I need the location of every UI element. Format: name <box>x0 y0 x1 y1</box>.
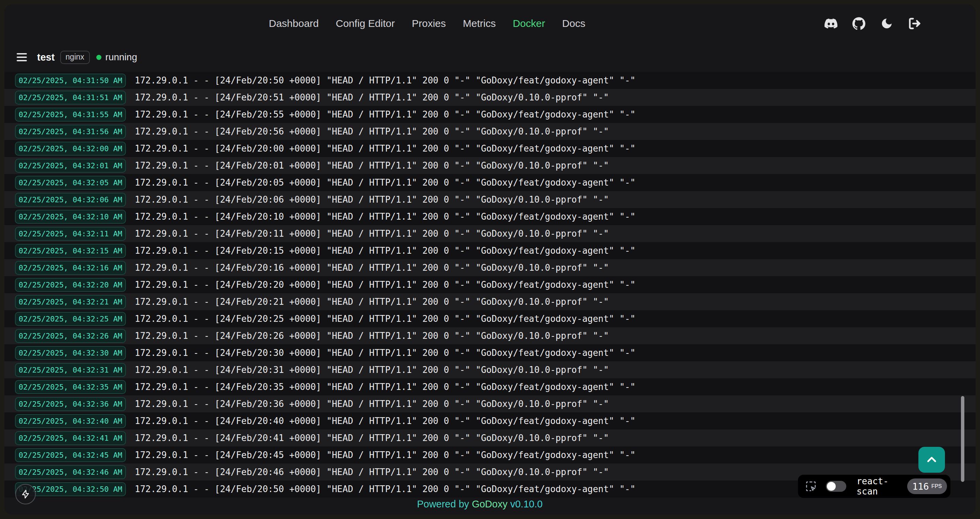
lightning-icon <box>21 489 30 499</box>
log-row: 02/25/2025, 04:32:20 AM 172.29.0.1 - - [… <box>5 276 975 293</box>
log-row: 02/25/2025, 04:31:51 AM 172.29.0.1 - - [… <box>5 89 975 106</box>
log-row: 02/25/2025, 04:32:15 AM 172.29.0.1 - - [… <box>5 242 975 259</box>
log-timestamp-badge: 02/25/2025, 04:31:56 AM <box>15 125 126 139</box>
header: DashboardConfig EditorProxiesMetricsDock… <box>5 5 975 43</box>
log-timestamp-badge: 02/25/2025, 04:32:01 AM <box>15 159 126 172</box>
log-message: 172.29.0.1 - - [24/Feb/20:01 +0000] "HEA… <box>135 160 609 171</box>
log-row: 02/25/2025, 04:31:56 AM 172.29.0.1 - - [… <box>5 123 975 140</box>
log-row: 02/25/2025, 04:32:05 AM 172.29.0.1 - - [… <box>5 174 975 191</box>
react-scan-label: react-scan <box>856 476 907 497</box>
log-row: 02/25/2025, 04:32:45 AM 172.29.0.1 - - [… <box>5 447 975 463</box>
nav-item-dashboard[interactable]: Dashboard <box>269 18 319 29</box>
log-row: 02/25/2025, 04:32:06 AM 172.29.0.1 - - [… <box>5 191 975 208</box>
react-scan-toolbar: react-scan 116 FPS <box>798 475 950 498</box>
log-message: 172.29.0.1 - - [24/Feb/20:00 +0000] "HEA… <box>135 144 635 153</box>
footer-powered-by: Powered by <box>417 498 469 509</box>
theme-toggle-button[interactable] <box>880 17 894 30</box>
log-row: 02/25/2025, 04:32:40 AM 172.29.0.1 - - [… <box>5 412 975 430</box>
log-timestamp-badge: 02/25/2025, 04:32:06 AM <box>15 193 126 207</box>
log-message: 172.29.0.1 - - [24/Feb/20:21 +0000] "HEA… <box>135 297 609 307</box>
discord-icon <box>824 17 837 30</box>
log-message: 172.29.0.1 - - [24/Feb/20:05 +0000] "HEA… <box>135 177 635 188</box>
log-timestamp-badge: 02/25/2025, 04:32:21 AM <box>15 295 126 309</box>
log-row: 02/25/2025, 04:32:31 AM 172.29.0.1 - - [… <box>5 361 975 378</box>
footer-brand-link[interactable]: GoDoxy <box>472 498 508 509</box>
fps-unit: FPS <box>931 483 942 489</box>
container-menu-button[interactable] <box>17 53 27 61</box>
react-scan-toggle[interactable] <box>826 481 846 492</box>
scroll-to-top-button[interactable] <box>918 447 945 473</box>
log-timestamp-badge: 02/25/2025, 04:32:16 AM <box>15 261 126 275</box>
log-message: 172.29.0.1 - - [24/Feb/20:30 +0000] "HEA… <box>135 348 635 358</box>
log-message: 172.29.0.1 - - [24/Feb/20:16 +0000] "HEA… <box>135 263 609 273</box>
log-row: 02/25/2025, 04:32:10 AM 172.29.0.1 - - [… <box>5 208 975 225</box>
log-timestamp-badge: 02/25/2025, 04:32:31 AM <box>15 363 126 377</box>
inspect-button[interactable] <box>805 480 817 493</box>
log-message: 172.29.0.1 - - [24/Feb/20:15 +0000] "HEA… <box>135 246 635 256</box>
log-timestamp-badge: 02/25/2025, 04:32:40 AM <box>15 414 126 428</box>
log-viewer: 02/25/2025, 04:31:50 AM 172.29.0.1 - - [… <box>5 72 975 498</box>
chevron-up-icon <box>926 454 938 466</box>
main-nav: DashboardConfig EditorProxiesMetricsDock… <box>269 5 585 43</box>
log-row: 02/25/2025, 04:32:21 AM 172.29.0.1 - - [… <box>5 293 975 310</box>
github-link[interactable] <box>852 17 865 30</box>
container-image-badge: nginx <box>60 51 90 64</box>
log-timestamp-badge: 02/25/2025, 04:32:45 AM <box>15 448 126 462</box>
fps-value: 116 <box>912 481 929 492</box>
log-message: 172.29.0.1 - - [24/Feb/20:40 +0000] "HEA… <box>135 416 635 426</box>
log-timestamp-badge: 02/25/2025, 04:32:15 AM <box>15 244 126 258</box>
log-row: 02/25/2025, 04:32:00 AM 172.29.0.1 - - [… <box>5 140 975 157</box>
log-row: 02/25/2025, 04:31:55 AM 172.29.0.1 - - [… <box>5 106 975 123</box>
quick-actions-button[interactable] <box>15 484 36 505</box>
scrollbar-thumb[interactable] <box>961 396 964 482</box>
log-message: 172.29.0.1 - - [24/Feb/20:06 +0000] "HEA… <box>135 195 609 205</box>
log-message: 172.29.0.1 - - [24/Feb/20:25 +0000] "HEA… <box>135 314 635 324</box>
log-message: 172.29.0.1 - - [24/Feb/20:55 +0000] "HEA… <box>135 109 635 120</box>
log-row: 02/25/2025, 04:32:26 AM 172.29.0.1 - - [… <box>5 327 975 344</box>
log-timestamp-badge: 02/25/2025, 04:31:51 AM <box>15 91 126 105</box>
nav-item-docs[interactable]: Docs <box>562 18 585 29</box>
log-row: 02/25/2025, 04:32:41 AM 172.29.0.1 - - [… <box>5 430 975 447</box>
log-timestamp-badge: 02/25/2025, 04:32:11 AM <box>15 227 126 241</box>
nav-item-docker[interactable]: Docker <box>513 18 545 29</box>
log-timestamp-badge: 02/25/2025, 04:32:20 AM <box>15 278 126 292</box>
log-timestamp-badge: 02/25/2025, 04:32:46 AM <box>15 465 126 479</box>
log-row: 02/25/2025, 04:32:25 AM 172.29.0.1 - - [… <box>5 310 975 327</box>
log-timestamp-badge: 02/25/2025, 04:32:05 AM <box>15 176 126 190</box>
log-timestamp-badge: 02/25/2025, 04:32:25 AM <box>15 312 126 326</box>
log-row: 02/25/2025, 04:31:50 AM 172.29.0.1 - - [… <box>5 72 975 89</box>
log-message: 172.29.0.1 - - [24/Feb/20:35 +0000] "HEA… <box>135 382 635 392</box>
logout-button[interactable] <box>908 17 921 30</box>
log-row: 02/25/2025, 04:32:30 AM 172.29.0.1 - - [… <box>5 344 975 361</box>
log-row: 02/25/2025, 04:32:35 AM 172.29.0.1 - - [… <box>5 378 975 395</box>
footer: Powered by GoDoxy v0.10.0 <box>5 498 955 510</box>
toggle-knob <box>827 482 836 491</box>
log-message: 172.29.0.1 - - [24/Feb/20:26 +0000] "HEA… <box>135 331 609 341</box>
container-toolbar: test nginx running <box>5 43 975 72</box>
log-message: 172.29.0.1 - - [24/Feb/20:56 +0000] "HEA… <box>135 126 609 137</box>
app-frame: DashboardConfig EditorProxiesMetricsDock… <box>5 5 975 514</box>
log-row: 02/25/2025, 04:32:16 AM 172.29.0.1 - - [… <box>5 259 975 276</box>
menu-icon <box>17 53 27 54</box>
log-message: 172.29.0.1 - - [24/Feb/20:20 +0000] "HEA… <box>135 279 635 290</box>
github-icon <box>853 17 865 30</box>
fps-counter: 116 FPS <box>907 479 947 494</box>
log-message: 172.29.0.1 - - [24/Feb/20:10 +0000] "HEA… <box>135 211 635 222</box>
log-timestamp-badge: 02/25/2025, 04:32:35 AM <box>15 380 126 394</box>
log-row: 02/25/2025, 04:32:01 AM 172.29.0.1 - - [… <box>5 157 975 174</box>
log-message: 172.29.0.1 - - [24/Feb/20:11 +0000] "HEA… <box>135 228 609 239</box>
footer-version: v0.10.0 <box>510 498 542 509</box>
log-timestamp-badge: 02/25/2025, 04:32:26 AM <box>15 329 126 343</box>
logout-icon <box>908 17 921 30</box>
log-timestamp-badge: 02/25/2025, 04:31:50 AM <box>15 73 126 88</box>
log-message: 172.29.0.1 - - [24/Feb/20:41 +0000] "HEA… <box>135 433 609 443</box>
container-name: test <box>37 52 55 63</box>
log-row: 02/25/2025, 04:32:36 AM 172.29.0.1 - - [… <box>5 395 975 412</box>
log-timestamp-badge: 02/25/2025, 04:32:30 AM <box>15 346 126 360</box>
nav-item-proxies[interactable]: Proxies <box>412 18 446 29</box>
discord-link[interactable] <box>824 17 838 30</box>
nav-item-metrics[interactable]: Metrics <box>463 18 496 29</box>
log-timestamp-badge: 02/25/2025, 04:32:36 AM <box>15 397 126 411</box>
log-message: 172.29.0.1 - - [24/Feb/20:31 +0000] "HEA… <box>135 365 609 375</box>
nav-item-config-editor[interactable]: Config Editor <box>336 18 395 29</box>
